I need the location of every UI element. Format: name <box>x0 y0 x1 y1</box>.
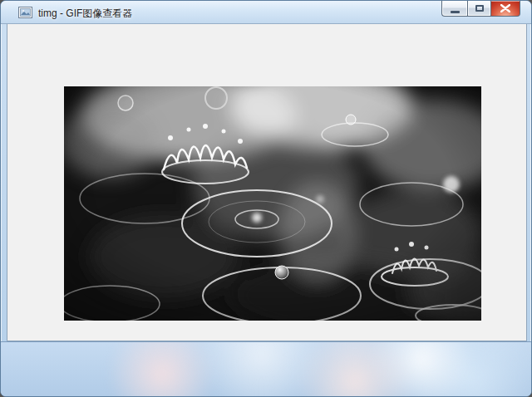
window-title: timg - GIF图像查看器 <box>38 7 132 21</box>
window-controls <box>441 1 520 17</box>
minimize-dash-icon <box>451 11 460 13</box>
minimize-button[interactable] <box>441 1 467 17</box>
gif-image[interactable] <box>64 86 481 321</box>
close-x-icon <box>500 4 510 12</box>
maximize-square-icon <box>475 5 484 12</box>
titlebar[interactable]: timg - GIF图像查看器 <box>1 1 531 24</box>
gif-viewer-window: timg - GIF图像查看器 <box>0 0 532 397</box>
picture-frame-icon <box>18 7 32 18</box>
image-canvas-area <box>7 24 527 341</box>
close-button[interactable] <box>491 1 520 17</box>
maximize-button[interactable] <box>467 1 491 17</box>
playback-bar: 1/8 <box>1 341 532 397</box>
